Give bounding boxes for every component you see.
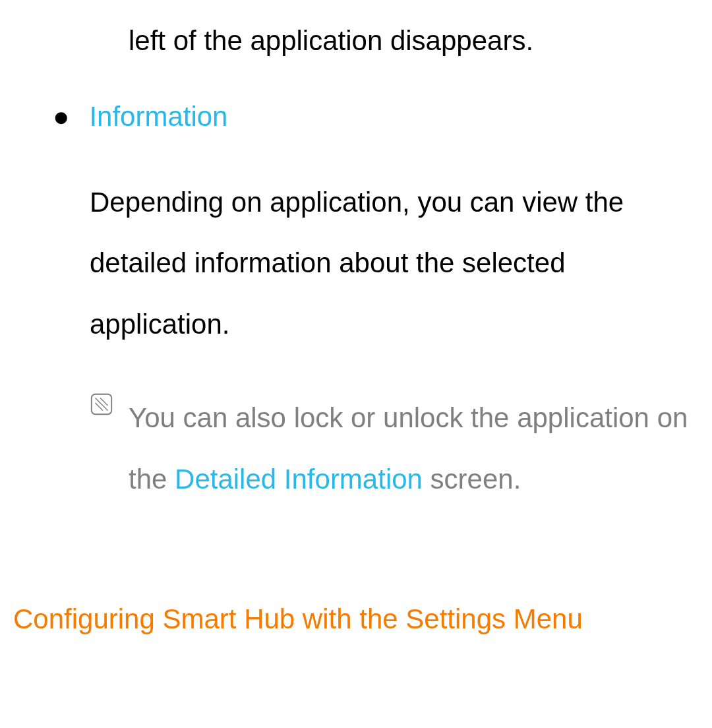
note-text-after: screen. <box>423 464 521 495</box>
bullet-header: ● Information <box>53 101 699 133</box>
document-page: left of the application disappears. ● In… <box>0 0 712 663</box>
fragment-text: left of the application disappears. <box>129 20 699 61</box>
note-text: You can also lock or unlock the applicat… <box>129 388 699 510</box>
bullet-section: ● Information Depending on application, … <box>53 101 699 355</box>
bullet-body: Depending on application, you can view t… <box>90 172 699 355</box>
note-highlight: Detailed Information <box>175 464 423 495</box>
note-section: You can also lock or unlock the applicat… <box>89 388 699 510</box>
bullet-dot-icon: ● <box>53 103 69 131</box>
section-heading: Configuring Smart Hub with the Settings … <box>13 589 699 650</box>
bullet-title: Information <box>89 101 227 133</box>
note-icon <box>89 392 114 419</box>
